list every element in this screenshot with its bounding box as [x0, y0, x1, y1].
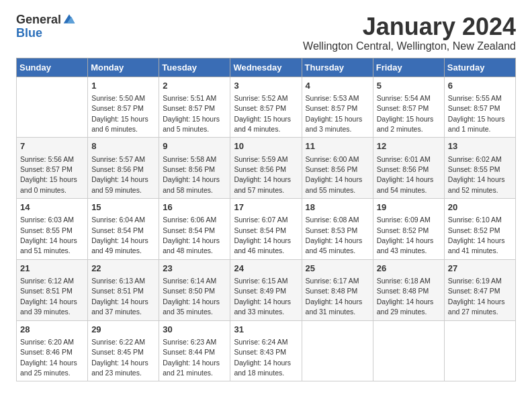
- day-number: 12: [377, 140, 441, 152]
- day-number: 17: [234, 201, 298, 214]
- title-block: January 2024 Wellington Central, Welling…: [303, 13, 516, 52]
- week-row-2: 7Sunrise: 5:56 AM Sunset: 8:57 PM Daylig…: [17, 138, 516, 199]
- logo-blue: Blue: [16, 26, 42, 40]
- day-info: Sunrise: 5:54 AM Sunset: 8:57 PM Dayligh…: [377, 94, 434, 133]
- day-cell: 17Sunrise: 6:07 AM Sunset: 8:54 PM Dayli…: [230, 199, 302, 260]
- day-cell: 9Sunrise: 5:58 AM Sunset: 8:56 PM Daylig…: [159, 138, 230, 199]
- day-info: Sunrise: 6:20 AM Sunset: 8:46 PM Dayligh…: [20, 338, 77, 377]
- week-row-5: 28Sunrise: 6:20 AM Sunset: 8:46 PM Dayli…: [17, 320, 516, 381]
- day-info: Sunrise: 6:00 AM Sunset: 8:56 PM Dayligh…: [306, 155, 363, 194]
- day-cell: 8Sunrise: 5:57 AM Sunset: 8:56 PM Daylig…: [88, 138, 159, 199]
- day-number: 20: [448, 201, 512, 214]
- day-info: Sunrise: 6:02 AM Sunset: 8:55 PM Dayligh…: [448, 155, 505, 194]
- day-cell: 19Sunrise: 6:09 AM Sunset: 8:52 PM Dayli…: [373, 199, 444, 260]
- day-number: 23: [163, 263, 226, 275]
- day-number: 19: [377, 201, 441, 214]
- col-header-wednesday: Wednesday: [230, 58, 302, 77]
- day-cell: 24Sunrise: 6:15 AM Sunset: 8:49 PM Dayli…: [230, 259, 302, 320]
- day-info: Sunrise: 6:12 AM Sunset: 8:51 PM Dayligh…: [20, 277, 77, 316]
- col-header-monday: Monday: [88, 58, 159, 77]
- day-number: 21: [20, 263, 84, 275]
- day-cell: 4Sunrise: 5:53 AM Sunset: 8:57 PM Daylig…: [302, 77, 373, 138]
- day-cell: 20Sunrise: 6:10 AM Sunset: 8:52 PM Dayli…: [444, 199, 515, 260]
- day-number: 18: [306, 201, 369, 214]
- day-number: 22: [91, 263, 155, 275]
- week-row-1: 1Sunrise: 5:50 AM Sunset: 8:57 PM Daylig…: [17, 77, 516, 138]
- day-cell: [444, 320, 515, 381]
- col-header-sunday: Sunday: [17, 58, 88, 77]
- day-number: 7: [20, 140, 84, 152]
- day-cell: 25Sunrise: 6:17 AM Sunset: 8:48 PM Dayli…: [302, 259, 373, 320]
- day-info: Sunrise: 6:04 AM Sunset: 8:54 PM Dayligh…: [91, 216, 148, 255]
- day-info: Sunrise: 5:51 AM Sunset: 8:57 PM Dayligh…: [163, 94, 220, 133]
- day-cell: 27Sunrise: 6:19 AM Sunset: 8:47 PM Dayli…: [444, 259, 515, 320]
- day-info: Sunrise: 6:08 AM Sunset: 8:53 PM Dayligh…: [306, 216, 363, 255]
- day-info: Sunrise: 5:56 AM Sunset: 8:57 PM Dayligh…: [20, 155, 77, 194]
- day-info: Sunrise: 6:03 AM Sunset: 8:55 PM Dayligh…: [20, 216, 77, 255]
- day-cell: 15Sunrise: 6:04 AM Sunset: 8:54 PM Dayli…: [88, 199, 159, 260]
- day-cell: 7Sunrise: 5:56 AM Sunset: 8:57 PM Daylig…: [17, 138, 88, 199]
- day-number: 29: [91, 324, 155, 336]
- day-number: 26: [377, 263, 441, 275]
- col-header-tuesday: Tuesday: [159, 58, 230, 77]
- day-number: 28: [20, 324, 84, 336]
- day-cell: 14Sunrise: 6:03 AM Sunset: 8:55 PM Dayli…: [17, 199, 88, 260]
- day-number: 5: [377, 80, 441, 92]
- day-number: 2: [163, 80, 226, 92]
- day-info: Sunrise: 6:14 AM Sunset: 8:50 PM Dayligh…: [163, 277, 220, 316]
- day-number: 13: [448, 140, 512, 152]
- day-info: Sunrise: 5:57 AM Sunset: 8:56 PM Dayligh…: [91, 155, 148, 194]
- day-info: Sunrise: 6:18 AM Sunset: 8:48 PM Dayligh…: [377, 277, 434, 316]
- day-info: Sunrise: 6:19 AM Sunset: 8:47 PM Dayligh…: [448, 277, 505, 316]
- day-cell: 28Sunrise: 6:20 AM Sunset: 8:46 PM Dayli…: [17, 320, 88, 381]
- day-cell: [302, 320, 373, 381]
- day-number: 16: [163, 201, 226, 214]
- day-cell: 30Sunrise: 6:23 AM Sunset: 8:44 PM Dayli…: [159, 320, 230, 381]
- day-cell: 3Sunrise: 5:52 AM Sunset: 8:57 PM Daylig…: [230, 77, 302, 138]
- day-cell: 23Sunrise: 6:14 AM Sunset: 8:50 PM Dayli…: [159, 259, 230, 320]
- day-number: 10: [234, 140, 298, 152]
- day-number: 15: [91, 201, 155, 214]
- day-number: 1: [91, 80, 155, 92]
- day-number: 3: [234, 80, 298, 92]
- col-header-saturday: Saturday: [444, 58, 515, 77]
- day-number: 31: [234, 324, 298, 336]
- col-header-friday: Friday: [373, 58, 444, 77]
- day-cell: 22Sunrise: 6:13 AM Sunset: 8:51 PM Dayli…: [88, 259, 159, 320]
- day-cell: 31Sunrise: 6:24 AM Sunset: 8:43 PM Dayli…: [230, 320, 302, 381]
- day-cell: 13Sunrise: 6:02 AM Sunset: 8:55 PM Dayli…: [444, 138, 515, 199]
- day-cell: 10Sunrise: 5:59 AM Sunset: 8:56 PM Dayli…: [230, 138, 302, 199]
- day-info: Sunrise: 6:09 AM Sunset: 8:52 PM Dayligh…: [377, 216, 434, 255]
- day-number: 11: [306, 140, 369, 152]
- week-row-3: 14Sunrise: 6:03 AM Sunset: 8:55 PM Dayli…: [17, 199, 516, 260]
- week-row-4: 21Sunrise: 6:12 AM Sunset: 8:51 PM Dayli…: [17, 259, 516, 320]
- day-cell: 18Sunrise: 6:08 AM Sunset: 8:53 PM Dayli…: [302, 199, 373, 260]
- day-info: Sunrise: 6:17 AM Sunset: 8:48 PM Dayligh…: [306, 277, 363, 316]
- day-cell: 1Sunrise: 5:50 AM Sunset: 8:57 PM Daylig…: [88, 77, 159, 138]
- col-header-thursday: Thursday: [302, 58, 373, 77]
- day-cell: [373, 320, 444, 381]
- day-number: 8: [91, 140, 155, 152]
- day-cell: [17, 77, 88, 138]
- day-cell: 29Sunrise: 6:22 AM Sunset: 8:45 PM Dayli…: [88, 320, 159, 381]
- day-cell: 2Sunrise: 5:51 AM Sunset: 8:57 PM Daylig…: [159, 77, 230, 138]
- day-info: Sunrise: 6:10 AM Sunset: 8:52 PM Dayligh…: [448, 216, 505, 255]
- day-cell: 21Sunrise: 6:12 AM Sunset: 8:51 PM Dayli…: [17, 259, 88, 320]
- logo: General Blue: [16, 13, 76, 40]
- day-cell: 6Sunrise: 5:55 AM Sunset: 8:57 PM Daylig…: [444, 77, 515, 138]
- day-number: 9: [163, 140, 226, 152]
- day-number: 4: [306, 80, 369, 92]
- day-info: Sunrise: 5:59 AM Sunset: 8:56 PM Dayligh…: [234, 155, 291, 194]
- day-number: 14: [20, 201, 84, 214]
- day-info: Sunrise: 6:22 AM Sunset: 8:45 PM Dayligh…: [91, 338, 148, 377]
- location-title: Wellington Central, Wellington, New Zeal…: [303, 40, 516, 52]
- day-number: 30: [163, 324, 226, 336]
- day-info: Sunrise: 6:01 AM Sunset: 8:56 PM Dayligh…: [377, 155, 434, 194]
- day-info: Sunrise: 5:52 AM Sunset: 8:57 PM Dayligh…: [234, 94, 291, 133]
- day-cell: 26Sunrise: 6:18 AM Sunset: 8:48 PM Dayli…: [373, 259, 444, 320]
- day-number: 25: [306, 263, 369, 275]
- column-headers: SundayMondayTuesdayWednesdayThursdayFrid…: [17, 58, 516, 77]
- logo-icon: [62, 12, 76, 26]
- day-cell: 12Sunrise: 6:01 AM Sunset: 8:56 PM Dayli…: [373, 138, 444, 199]
- calendar-table: SundayMondayTuesdayWednesdayThursdayFrid…: [16, 58, 516, 382]
